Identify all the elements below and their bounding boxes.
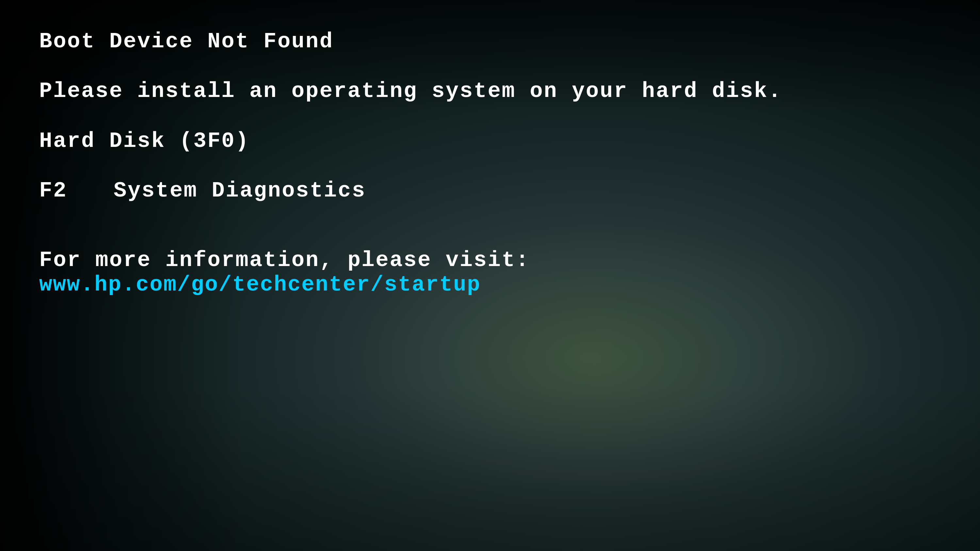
f2-key-label: F2 [39,179,67,203]
boot-error-screen: Boot Device Not Found Please install an … [0,0,980,551]
more-info-prefix: For more information, please visit: [39,248,530,273]
boot-device-not-found-title: Boot Device Not Found [39,29,941,54]
f2-description-label: System Diagnostics [114,179,366,203]
more-info-line: For more information, please visit: www.… [39,248,941,297]
hp-url: www.hp.com/go/techcenter/startup [39,273,481,297]
install-message: Please install an operating system on yo… [39,79,941,103]
hard-disk-label: Hard Disk (3F0) [39,129,941,153]
f2-diagnostics-line: F2 System Diagnostics [39,179,941,203]
error-content: Boot Device Not Found Please install an … [0,0,980,551]
